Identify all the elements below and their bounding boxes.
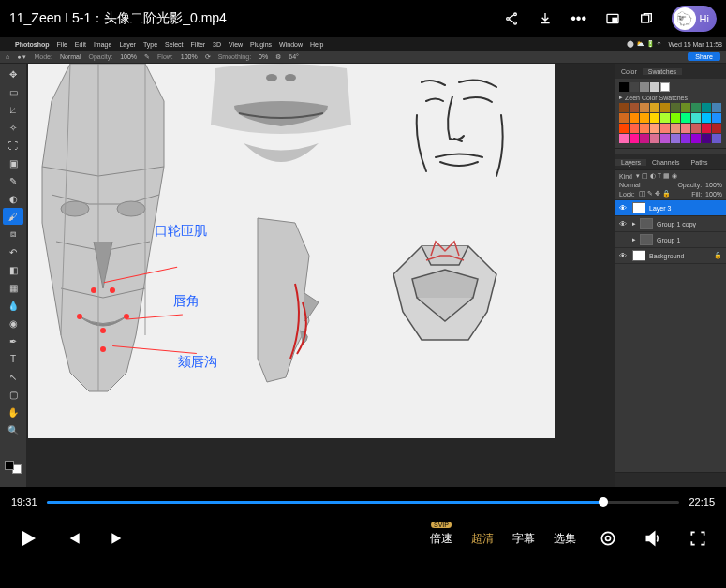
quality-button[interactable]: 超清: [471, 531, 494, 547]
play-button[interactable]: [15, 525, 41, 551]
frame-tool[interactable]: ▣: [3, 154, 23, 171]
menu-filter[interactable]: Filter: [191, 41, 206, 48]
visibility-icon[interactable]: 👁: [619, 252, 629, 260]
angle-value[interactable]: 64°: [289, 53, 299, 60]
speed-button[interactable]: SVIP 倍速: [430, 531, 452, 547]
svg-rect-7: [641, 15, 648, 22]
menu-layer[interactable]: Layer: [119, 41, 136, 48]
lasso-tool[interactable]: ⟀: [3, 101, 23, 118]
kind-label: Kind: [619, 173, 632, 180]
marquee-tool[interactable]: ▭: [3, 83, 23, 100]
zoom-tool[interactable]: 🔍: [3, 421, 23, 438]
share-icon[interactable]: [503, 10, 520, 27]
prev-button[interactable]: [60, 525, 86, 551]
menu-type[interactable]: Type: [143, 41, 157, 48]
menu-plugins[interactable]: Plugins: [250, 41, 272, 48]
layers-tab[interactable]: Layers: [615, 159, 646, 166]
blend-mode[interactable]: Normal: [619, 182, 641, 188]
mode-value[interactable]: Normal: [60, 53, 81, 60]
svg-point-2: [513, 22, 516, 24]
fill-label: Fill:: [691, 191, 702, 198]
svg-point-9: [117, 201, 145, 216]
menu-3d[interactable]: 3D: [213, 41, 221, 48]
window-icon[interactable]: [638, 10, 655, 27]
duration: 22:15: [689, 496, 715, 507]
airbrush-icon[interactable]: ⟳: [205, 53, 211, 61]
annotation-3: 颏唇沟: [178, 354, 217, 371]
clock: Wed 15 Mar 11:58: [669, 41, 722, 48]
menu-select[interactable]: Select: [165, 41, 183, 48]
eraser-tool[interactable]: ◧: [3, 261, 23, 278]
loop-button[interactable]: [595, 525, 621, 551]
pip-icon[interactable]: [604, 10, 621, 27]
layer-row[interactable]: 👁Background🔒: [615, 248, 726, 264]
volume-button[interactable]: [640, 525, 666, 551]
layers-footer: [615, 472, 726, 487]
brush-tool[interactable]: 🖌: [3, 208, 23, 225]
history-brush-tool[interactable]: ↶: [3, 243, 23, 260]
opacity-label: Opacity:: [88, 53, 112, 60]
paths-tab[interactable]: Paths: [686, 159, 714, 166]
menu-image[interactable]: Image: [94, 41, 111, 48]
avatar-icon: 🐑: [674, 7, 696, 30]
move-tool[interactable]: ✥: [3, 66, 23, 82]
dodge-tool[interactable]: ◉: [3, 315, 23, 331]
menu-file[interactable]: File: [57, 41, 67, 48]
home-icon[interactable]: ⌂: [6, 53, 9, 60]
swatch-group[interactable]: ▸ Zeen Color Swatches: [619, 94, 722, 101]
eyedropper-tool[interactable]: ✎: [3, 172, 23, 189]
color-tab[interactable]: Color: [615, 68, 643, 75]
path-tool[interactable]: ↖: [3, 368, 23, 385]
type-tool[interactable]: T: [3, 350, 23, 367]
svg-line-4: [509, 20, 513, 22]
layer-row[interactable]: ▸Group 1: [615, 232, 726, 248]
share-button[interactable]: Share: [688, 52, 720, 61]
wand-tool[interactable]: ✧: [3, 119, 23, 136]
opacity-value[interactable]: 100%: [120, 53, 137, 60]
progress-track[interactable]: [47, 501, 680, 504]
fill-value[interactable]: 100%: [705, 191, 722, 198]
svg-point-18: [601, 532, 614, 544]
annotation-1: 口轮匝肌: [155, 223, 207, 240]
menu-view[interactable]: View: [229, 41, 243, 48]
more-icon[interactable]: •••: [570, 10, 587, 27]
layer-row[interactable]: 👁▸Group 1 copy: [615, 216, 726, 232]
download-icon[interactable]: [537, 10, 554, 27]
heal-tool[interactable]: ◐: [3, 190, 23, 207]
stamp-tool[interactable]: ⧈: [3, 226, 23, 243]
blur-tool[interactable]: 💧: [3, 297, 23, 314]
pressure-icon[interactable]: ✎: [144, 53, 150, 61]
next-button[interactable]: [105, 525, 131, 551]
shape-tool[interactable]: ▢: [3, 386, 23, 403]
menu-edit[interactable]: Edit: [75, 41, 86, 48]
fullscreen-button[interactable]: [685, 525, 711, 551]
flow-label: Flow:: [157, 53, 173, 60]
progress-thumb[interactable]: [599, 497, 608, 507]
gradient-tool[interactable]: ▦: [3, 279, 23, 296]
flow-value[interactable]: 100%: [181, 53, 198, 60]
lock-label: Lock:: [619, 191, 635, 198]
layer-row[interactable]: 👁Layer 3: [615, 200, 726, 216]
color-swap[interactable]: [5, 461, 22, 474]
pen-tool[interactable]: ✒: [3, 332, 23, 349]
swatches-tab[interactable]: Swatches: [643, 68, 682, 75]
menu-help[interactable]: Help: [310, 41, 323, 48]
crop-tool[interactable]: ⛶: [3, 137, 23, 154]
episodes-button[interactable]: 选集: [554, 531, 576, 547]
visibility-icon[interactable]: 👁: [619, 220, 629, 228]
subtitle-button[interactable]: 字幕: [512, 531, 535, 547]
canvas[interactable]: 口轮匝肌 唇角 颏唇沟: [28, 64, 555, 438]
channels-tab[interactable]: Channels: [646, 159, 686, 166]
svg-point-19: [606, 537, 611, 541]
visibility-icon[interactable]: 👁: [619, 204, 629, 213]
hand-tool[interactable]: ✋: [3, 404, 23, 420]
gear-icon[interactable]: ⚙: [275, 53, 281, 61]
brush-preview-icon[interactable]: ● ▾: [17, 53, 26, 61]
user-avatar-badge[interactable]: 🐑 Hi: [672, 6, 717, 32]
edit-toolbar[interactable]: ⋯: [3, 439, 23, 456]
menu-window[interactable]: Window: [279, 41, 303, 48]
svg-point-15: [110, 287, 115, 293]
smoothing-value[interactable]: 0%: [259, 53, 268, 60]
layer-opacity[interactable]: 100%: [705, 182, 722, 188]
svg-point-12: [100, 328, 106, 333]
